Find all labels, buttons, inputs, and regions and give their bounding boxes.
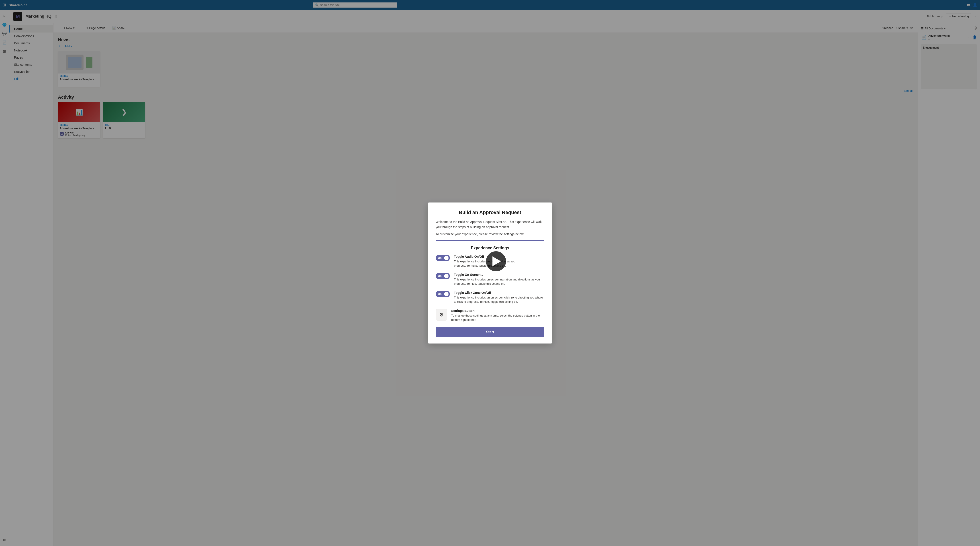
approval-request-modal: Build an Approval Request Welcome to the… xyxy=(428,202,552,343)
modal-title: Build an Approval Request xyxy=(436,210,544,215)
toggle-play-area: On Toggle Audio On/Off This experience i… xyxy=(436,255,544,268)
audio-toggle[interactable]: On xyxy=(436,255,450,261)
settings-button-info: Settings Button To change these settings… xyxy=(451,309,544,322)
clickzone-toggle-knob xyxy=(444,292,449,296)
modal-intro-1: Welcome to the Build an Approval Request… xyxy=(436,220,544,229)
settings-button-row: ⚙ Settings Button To change these settin… xyxy=(436,309,544,322)
onscreen-toggle-knob xyxy=(444,274,449,278)
audio-toggle-knob xyxy=(444,256,449,260)
onscreen-toggle[interactable]: On xyxy=(436,273,450,279)
toggle-row-audio: On Toggle Audio On/Off This experience i… xyxy=(436,255,544,268)
modal-section-title: Experience Settings xyxy=(436,246,544,250)
modal-overlay: Build an Approval Request Welcome to the… xyxy=(0,0,980,546)
toggle-row-onscreen: On Toggle On-Screen... This experience i… xyxy=(436,273,544,286)
settings-gear-icon: ⚙ xyxy=(436,309,447,320)
clickzone-toggle[interactable]: On xyxy=(436,291,450,297)
clickzone-toggle-info: Toggle Click Zone On/Off This experience… xyxy=(454,291,544,304)
onscreen-toggle-info: Toggle On-Screen... This experience incl… xyxy=(454,273,544,286)
start-button[interactable]: Start xyxy=(436,327,544,337)
modal-divider xyxy=(436,240,544,241)
modal-intro-2: To customize your experience, please rev… xyxy=(436,232,544,237)
audio-toggle-info: Toggle Audio On/Off This experience incl… xyxy=(454,255,544,268)
toggle-row-clickzone: On Toggle Click Zone On/Off This experie… xyxy=(436,291,544,304)
